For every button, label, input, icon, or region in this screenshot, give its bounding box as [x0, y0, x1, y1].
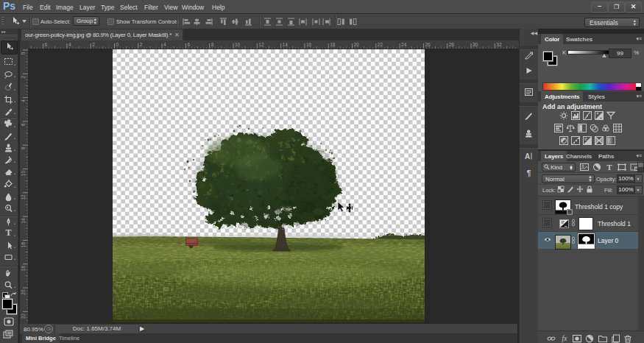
- svg-text:4: 4: [21, 99, 26, 102]
- svg-text:T: T: [606, 163, 612, 172]
- svg-text:fx: fx: [562, 335, 568, 342]
- svg-text:4: 4: [68, 42, 71, 47]
- svg-text:16: 16: [306, 42, 312, 47]
- svg-text:6: 6: [187, 42, 190, 47]
- svg-text:8: 8: [21, 146, 26, 149]
- svg-text:26: 26: [425, 42, 431, 47]
- svg-text:22: 22: [378, 42, 383, 47]
- svg-text:16: 16: [21, 242, 26, 248]
- svg-text:14: 14: [21, 218, 26, 224]
- svg-text:20: 20: [354, 42, 360, 47]
- svg-text:32: 32: [496, 42, 502, 47]
- svg-text:¶: ¶: [527, 169, 531, 177]
- svg-text:8: 8: [211, 42, 214, 47]
- svg-text:0: 0: [21, 52, 26, 54]
- svg-text:T: T: [5, 227, 11, 237]
- svg-text:10: 10: [235, 42, 241, 47]
- svg-text:12: 12: [21, 194, 26, 200]
- svg-text:30: 30: [473, 42, 478, 47]
- svg-text:2: 2: [140, 42, 143, 47]
- svg-text:0: 0: [116, 42, 119, 47]
- svg-text:10: 10: [21, 171, 26, 177]
- svg-text:2: 2: [92, 42, 95, 47]
- svg-text:4: 4: [163, 42, 166, 47]
- svg-text:A: A: [525, 152, 530, 160]
- svg-text:28: 28: [449, 42, 455, 47]
- svg-text:12: 12: [258, 42, 264, 47]
- svg-text:20: 20: [21, 289, 26, 295]
- svg-text:22: 22: [21, 313, 26, 319]
- svg-text:24: 24: [401, 42, 407, 47]
- svg-text:18: 18: [330, 42, 336, 47]
- svg-text:14: 14: [283, 42, 289, 47]
- svg-text:18: 18: [21, 266, 26, 272]
- svg-text:2: 2: [21, 75, 26, 78]
- svg-text:6: 6: [45, 42, 48, 47]
- svg-text:6: 6: [21, 123, 26, 126]
